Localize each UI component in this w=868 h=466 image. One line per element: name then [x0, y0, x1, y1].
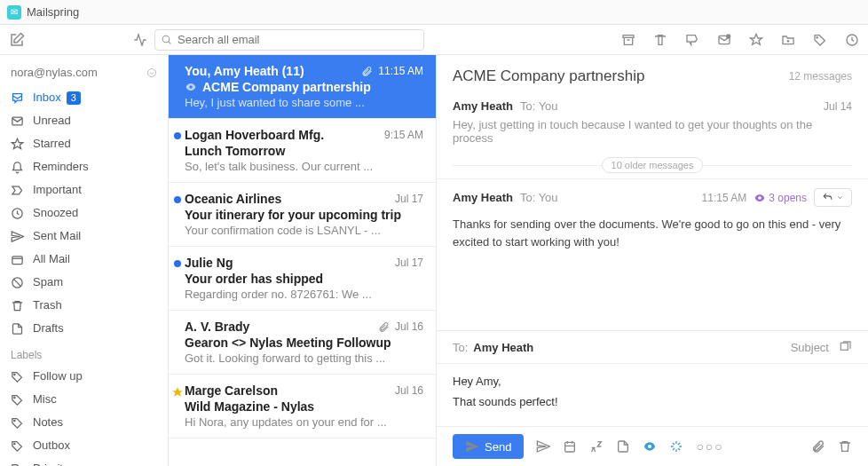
sidebar-item-label: Reminders	[33, 159, 89, 175]
recipient: To: You	[520, 99, 558, 113]
more-button[interactable]: ○○○	[696, 439, 723, 454]
thread-item[interactable]: Julie NgJul 17Your order has shippedRega…	[169, 247, 436, 311]
unread-dot	[174, 260, 181, 267]
thread-subject: ACME Company partnership	[453, 67, 644, 85]
send-icon	[465, 439, 479, 454]
label-item[interactable]: Outbox	[0, 434, 168, 457]
reply-button[interactable]	[814, 188, 852, 207]
folder-icon[interactable]	[781, 33, 795, 47]
mark-unread-icon[interactable]	[717, 33, 731, 47]
recipient: To: You	[520, 191, 558, 204]
sidebar-item-starred[interactable]: Starred	[0, 132, 168, 155]
sidebar-item-label: Drafts	[33, 320, 64, 336]
label-name: Misc	[33, 391, 57, 407]
thread-snippet: Hey, I just wanted to share some ...	[185, 96, 423, 109]
thread-item[interactable]: You, Amy Heath (11)11:15 AMACME Company …	[169, 55, 436, 119]
label-item[interactable]: Priority	[0, 457, 168, 466]
svg-point-12	[14, 397, 15, 398]
search-field[interactable]	[178, 33, 418, 46]
sidebar-item-label: Important	[33, 182, 82, 198]
thread-snippet: Got it. Looking forward to getting this …	[185, 351, 423, 365]
popout-icon[interactable]	[838, 340, 852, 354]
send-later-icon[interactable]	[536, 439, 550, 454]
message-time: 11:15 AM	[702, 192, 747, 204]
tag-icon[interactable]	[813, 33, 827, 47]
archive-icon[interactable]	[621, 33, 635, 47]
unread-dot	[174, 196, 181, 203]
star-icon[interactable]	[749, 33, 763, 47]
starred-icon	[11, 138, 24, 151]
sidebar-item-sent[interactable]: Sent Mail	[0, 225, 168, 248]
thread-item[interactable]: Oceanic AirlinesJul 17Your itinerary for…	[169, 183, 436, 247]
sidebar-item-label: Inbox	[33, 90, 61, 106]
compose-icon[interactable]	[9, 32, 25, 48]
composer-body[interactable]: Hey Amy, That sounds perfect!	[437, 364, 868, 426]
sidebar-item-reminders[interactable]: Reminders	[0, 155, 168, 178]
trash-icon	[11, 299, 24, 312]
sidebar-item-trash[interactable]: Trash	[0, 294, 168, 317]
attachment-icon[interactable]	[811, 439, 825, 454]
eye-icon	[185, 81, 197, 93]
spam-icon	[11, 276, 24, 289]
chevron-down-icon	[146, 67, 157, 78]
all-icon	[11, 253, 24, 266]
message-collapsed[interactable]: Amy Heath To: You Jul 14 Hey, just getti…	[437, 92, 868, 152]
sidebar-item-spam[interactable]: Spam	[0, 271, 168, 294]
translate-icon[interactable]	[589, 439, 604, 454]
send-button[interactable]: Send	[453, 434, 524, 459]
svg-point-11	[14, 374, 15, 375]
tag-icon	[11, 439, 24, 453]
search-input[interactable]	[154, 29, 424, 51]
subject-placeholder[interactable]: Subject	[791, 341, 829, 354]
delete-draft-icon[interactable]	[838, 439, 852, 454]
unread-icon	[11, 115, 24, 128]
sidebar-item-inbox[interactable]: Inbox3	[0, 86, 168, 109]
label-item[interactable]: Follow up	[0, 365, 168, 388]
trash-icon[interactable]	[653, 33, 667, 47]
older-messages-divider[interactable]: 10 older messages	[453, 157, 852, 173]
tag-icon	[11, 393, 24, 407]
toolbar	[0, 25, 868, 55]
message-snippet: Hey, just getting in touch because I wan…	[453, 118, 852, 145]
composer-toolbar: Send ○○○	[437, 426, 868, 466]
attachment-icon	[361, 66, 373, 77]
sidebar-item-all[interactable]: All Mail	[0, 248, 168, 271]
thread-item[interactable]: Marge CarelsonJul 16Wild Magazine - Nyla…	[169, 375, 436, 438]
templates-icon[interactable]	[616, 439, 630, 454]
thread-time: Jul 16	[395, 384, 423, 397]
to-recipient[interactable]: Amy Heath	[473, 341, 533, 354]
thread-item[interactable]: A. V. BradyJul 16Gearon <> Nylas Meeting…	[169, 311, 436, 375]
message-body: Thanks for sending over the documents. W…	[453, 216, 852, 250]
thread-subject: Your order has shipped	[185, 272, 423, 286]
composer: To: Amy Heath Subject Hey Amy, That soun…	[437, 330, 868, 466]
open-tracking[interactable]: 3 opens	[754, 192, 807, 204]
sidebar-item-label: Starred	[33, 136, 71, 152]
sender: Amy Heath	[453, 99, 513, 113]
sidebar-item-important[interactable]: Important	[0, 178, 168, 201]
unread-dot	[174, 132, 181, 139]
label-item[interactable]: Misc	[0, 388, 168, 411]
sent-icon	[11, 230, 24, 243]
reader-pane: ACME Company partnership 12 messages Amy…	[437, 55, 868, 466]
thread-time: 9:15 AM	[384, 129, 423, 141]
thumbs-down-icon[interactable]	[685, 33, 699, 47]
thread-subject: Your itinerary for your upcoming trip	[185, 208, 423, 222]
thread-snippet: Hi Nora, any updates on your end for ...	[185, 415, 423, 429]
sidebar-item-unread[interactable]: Unread	[0, 109, 168, 132]
link-tracking-icon[interactable]	[669, 439, 683, 454]
thread-item[interactable]: Logan Hoverboard Mfg.9:15 AMLunch Tomorr…	[169, 119, 436, 183]
sidebar-item-label: Spam	[33, 274, 63, 290]
thread-from: Marge Carelson	[185, 383, 278, 398]
svg-rect-1	[623, 35, 634, 37]
sidebar-item-drafts[interactable]: Drafts	[0, 317, 168, 340]
label-name: Follow up	[33, 368, 83, 384]
reminder-icon[interactable]	[563, 439, 577, 454]
activity-icon[interactable]	[133, 33, 147, 47]
account-row[interactable]: nora@nylas.com	[0, 62, 168, 86]
sidebar-item-snoozed[interactable]: Snoozed	[0, 201, 168, 225]
tracking-toggle-icon[interactable]	[643, 439, 657, 454]
label-item[interactable]: Notes	[0, 411, 168, 434]
snooze-icon[interactable]	[845, 33, 859, 47]
thread-time: Jul 16	[395, 320, 423, 333]
label-name: Notes	[33, 415, 63, 430]
